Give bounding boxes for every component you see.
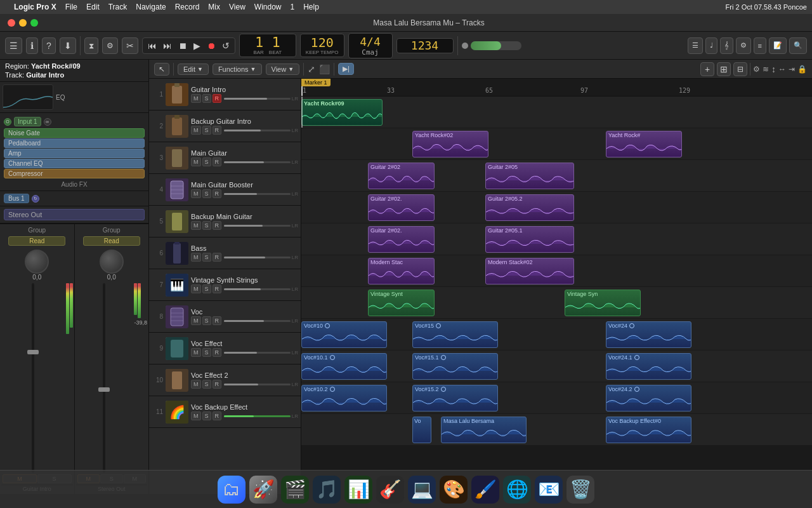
forward-btn[interactable]: ⏭	[160, 39, 174, 52]
track6-mute[interactable]: M	[191, 253, 201, 262]
track5-mute[interactable]: M	[191, 221, 201, 230]
dock-vscode[interactable]: 💻	[408, 476, 436, 504]
dock-numbers[interactable]: 📊	[344, 476, 372, 504]
strip1-fader[interactable]	[1, 283, 65, 473]
browser-btn[interactable]: 🔍	[789, 37, 807, 54]
scissors-btn[interactable]: ✂	[122, 37, 138, 54]
clip-voc101[interactable]: Voc#10.1	[301, 353, 387, 380]
add-folder-btn[interactable]: ⊞	[717, 62, 731, 76]
menu-view[interactable]: View	[229, 3, 246, 11]
stereo-out-button[interactable]: Stereo Out	[4, 209, 145, 220]
track1-solo[interactable]: S	[202, 94, 211, 103]
strip2-fader[interactable]	[76, 283, 133, 473]
track9-record[interactable]: R	[213, 348, 222, 357]
track4-solo[interactable]: S	[202, 189, 211, 198]
menu-help[interactable]: Help	[303, 3, 319, 11]
strip1-pan-knob[interactable]	[25, 250, 49, 274]
dock-logic[interactable]: 🎵	[313, 476, 341, 504]
compressor-plugin[interactable]: Compressor	[4, 169, 145, 178]
track4-record[interactable]: R	[213, 189, 222, 198]
zoom-link[interactable]: ↔	[778, 65, 786, 74]
track8-mute[interactable]: M	[191, 316, 201, 325]
clip-voc151[interactable]: Voc#15.1	[412, 353, 498, 380]
counter-display[interactable]: 1234	[396, 38, 454, 53]
fullscreen-button[interactable]	[30, 19, 38, 27]
minimize-button[interactable]	[19, 19, 27, 27]
arr-row-9[interactable]: Voc#10.1 Voc#15.1	[301, 351, 812, 382]
track3-mute[interactable]: M	[191, 157, 201, 166]
menu-logic-pro[interactable]: Logic Pro X	[14, 3, 56, 11]
edit-menu-btn[interactable]: Edit ▼	[178, 64, 209, 75]
menu-record[interactable]: Record	[175, 3, 200, 11]
track6-record[interactable]: R	[213, 253, 222, 262]
strip1-read-btn[interactable]: Read	[8, 236, 65, 246]
marker-1[interactable]: Marker 1	[301, 79, 331, 86]
dock-launchpad[interactable]: 🚀	[249, 476, 277, 504]
info-btn[interactable]: ℹ	[26, 37, 38, 54]
piano-roll-btn[interactable]: ♩	[705, 37, 717, 54]
track11-record[interactable]: R	[213, 411, 222, 420]
menu-navigate[interactable]: Navigate	[136, 3, 166, 11]
split-icon[interactable]: ⬛	[319, 64, 330, 74]
close-button[interactable]	[8, 19, 15, 27]
clip-vintage-synt1[interactable]: Vintage Synt	[368, 290, 435, 316]
track3-record[interactable]: R	[213, 157, 222, 166]
track11-mute[interactable]: M	[191, 411, 201, 420]
track7-record[interactable]: R	[213, 284, 222, 293]
menu-mix[interactable]: Mix	[208, 3, 220, 11]
zoom-tools[interactable]: ⚙	[753, 65, 760, 74]
waveform-view[interactable]: ≋	[763, 65, 769, 74]
clip-voc-backup-fx[interactable]: Voc Backup Effect#0	[606, 417, 691, 443]
track-name-1[interactable]: Guitar Intro	[191, 86, 298, 93]
strip2-read-btn[interactable]: Read	[83, 236, 140, 246]
dock-trash[interactable]: 🗑️	[566, 476, 594, 504]
track10-solo[interactable]: S	[202, 380, 211, 389]
amp-plugin[interactable]: Amp	[4, 149, 145, 158]
track2-record[interactable]: R	[213, 126, 222, 135]
track11-solo[interactable]: S	[202, 411, 211, 420]
eq-curve-display[interactable]	[3, 84, 53, 110]
record-btn[interactable]: ⏺	[204, 39, 218, 52]
cycle-btn[interactable]: ↺	[219, 39, 232, 52]
track-name-7[interactable]: Vintage Synth Strings	[191, 276, 298, 284]
menu-window[interactable]: Window	[254, 3, 282, 11]
clip-vintage-synt2[interactable]: Vintage Syn	[565, 290, 641, 316]
stop-btn[interactable]: ⏹	[176, 39, 190, 52]
clip-guitar202-3[interactable]: Guitar 2#02.	[368, 226, 435, 253]
dock-mail[interactable]: 📧	[535, 476, 563, 504]
list-editor[interactable]: ≡	[754, 37, 766, 54]
menu-track[interactable]: Track	[108, 3, 128, 11]
track-name-3[interactable]: Main Guitar	[191, 149, 298, 157]
track-name-10[interactable]: Voc Effect 2	[191, 371, 298, 379]
dock-illustrator[interactable]: 🎨	[440, 476, 468, 504]
dock-safari[interactable]: 🌐	[503, 476, 531, 504]
menu-number[interactable]: 1	[291, 3, 295, 11]
score-btn[interactable]: 𝄞	[720, 37, 733, 54]
track7-solo[interactable]: S	[202, 284, 211, 293]
tempo-display[interactable]: 120 KEEP TEMPO	[300, 34, 344, 57]
expand-icon[interactable]: ⤢	[308, 64, 315, 74]
clip-modern-stack02[interactable]: Modern Stack#02	[485, 258, 574, 284]
dock-finder[interactable]: 🗂	[218, 476, 246, 504]
arr-row-5[interactable]: Guitar 2#02. Guitar 2#05.1	[301, 224, 812, 255]
track9-solo[interactable]: S	[202, 348, 211, 357]
clip-guitar202[interactable]: Guitar 2#02	[368, 163, 435, 189]
clip-vo[interactable]: Vo	[412, 417, 431, 443]
track-name-4[interactable]: Main Guitar Booster	[191, 181, 298, 189]
clip-guitar205[interactable]: Guitar 2#05	[485, 163, 574, 189]
dock-ableton[interactable]: 🎸	[376, 476, 404, 504]
bus1-button[interactable]: Bus 1	[4, 194, 29, 203]
track8-record[interactable]: R	[213, 316, 222, 325]
clip-voc152[interactable]: Voc#15.2	[412, 385, 498, 411]
track-options-btn[interactable]: ⊟	[733, 62, 747, 76]
functions-menu-btn[interactable]: Functions ▼	[213, 64, 262, 75]
track1-mute[interactable]: M	[191, 94, 201, 103]
zoom-fit[interactable]: ⇥	[789, 65, 795, 74]
dock-imovie[interactable]: 🎬	[281, 476, 309, 504]
clip-voc10[interactable]: Voc#10	[301, 321, 387, 348]
noise-gate-plugin[interactable]: Noise Gate	[4, 128, 145, 138]
clip-modern-stac[interactable]: Modern Stac	[368, 258, 435, 284]
clip-guitar2052[interactable]: Guitar 2#05.2	[485, 194, 574, 221]
position-display[interactable]: 1 1 BARBEAT	[239, 34, 296, 57]
clip-guitar202-2[interactable]: Guitar 2#02.	[368, 194, 435, 221]
